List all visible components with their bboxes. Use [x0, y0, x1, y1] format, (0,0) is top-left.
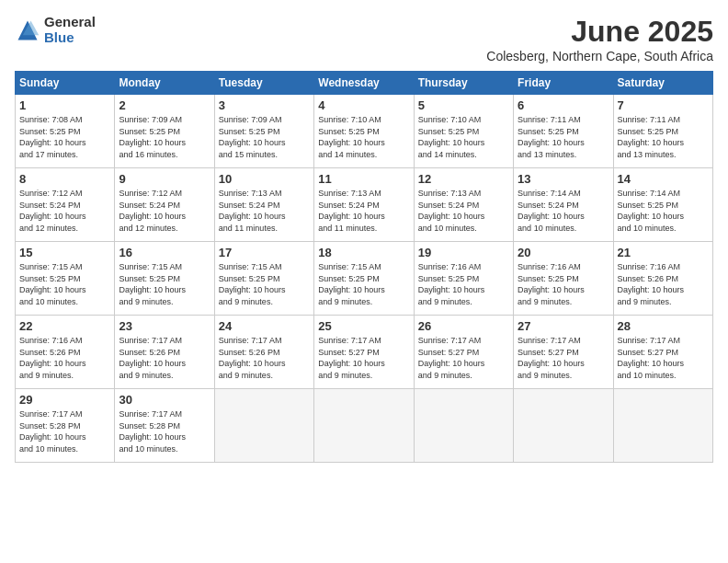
day-cell: 16Sunrise: 7:15 AM Sunset: 5:25 PM Dayli… — [115, 242, 214, 316]
week-row-1: 1Sunrise: 7:08 AM Sunset: 5:25 PM Daylig… — [16, 95, 713, 168]
week-row-4: 22Sunrise: 7:16 AM Sunset: 5:26 PM Dayli… — [16, 316, 713, 389]
day-cell — [214, 389, 313, 463]
logo-general: General — [44, 15, 96, 30]
day-number: 5 — [418, 98, 509, 112]
day-info: Sunrise: 7:17 AM Sunset: 5:28 PM Dayligh… — [19, 408, 110, 454]
day-info: Sunrise: 7:10 AM Sunset: 5:25 PM Dayligh… — [318, 114, 409, 160]
day-info: Sunrise: 7:17 AM Sunset: 5:27 PM Dayligh… — [518, 335, 609, 381]
location: Colesberg, Northern Cape, South Africa — [486, 49, 713, 63]
page-header: General Blue June 2025 Colesberg, Northe… — [15, 15, 713, 63]
day-info: Sunrise: 7:10 AM Sunset: 5:25 PM Dayligh… — [418, 114, 509, 160]
day-cell: 24Sunrise: 7:17 AM Sunset: 5:26 PM Dayli… — [214, 316, 313, 389]
header-saturday: Saturday — [613, 72, 712, 95]
week-row-5: 29Sunrise: 7:17 AM Sunset: 5:28 PM Dayli… — [16, 389, 713, 463]
day-number: 6 — [518, 98, 609, 112]
day-info: Sunrise: 7:11 AM Sunset: 5:25 PM Dayligh… — [518, 114, 609, 160]
day-cell: 10Sunrise: 7:13 AM Sunset: 5:24 PM Dayli… — [214, 168, 313, 242]
day-info: Sunrise: 7:16 AM Sunset: 5:26 PM Dayligh… — [19, 335, 110, 381]
day-cell: 2Sunrise: 7:09 AM Sunset: 5:25 PM Daylig… — [115, 95, 214, 168]
day-cell: 11Sunrise: 7:13 AM Sunset: 5:24 PM Dayli… — [314, 168, 414, 242]
week-row-2: 8Sunrise: 7:12 AM Sunset: 5:24 PM Daylig… — [16, 168, 713, 242]
day-number: 12 — [418, 172, 509, 186]
day-cell: 13Sunrise: 7:14 AM Sunset: 5:24 PM Dayli… — [514, 168, 613, 242]
day-info: Sunrise: 7:15 AM Sunset: 5:25 PM Dayligh… — [119, 261, 210, 307]
day-number: 11 — [318, 172, 409, 186]
day-number: 20 — [518, 246, 609, 259]
day-cell: 4Sunrise: 7:10 AM Sunset: 5:25 PM Daylig… — [314, 95, 414, 168]
header-row: SundayMondayTuesdayWednesdayThursdayFrid… — [16, 72, 713, 95]
day-info: Sunrise: 7:16 AM Sunset: 5:26 PM Dayligh… — [618, 261, 709, 307]
month-title: June 2025 — [486, 15, 713, 49]
day-number: 29 — [19, 393, 110, 407]
day-cell: 23Sunrise: 7:17 AM Sunset: 5:26 PM Dayli… — [115, 316, 214, 389]
day-number: 15 — [19, 246, 110, 259]
day-number: 18 — [318, 246, 409, 259]
day-cell — [314, 389, 414, 463]
day-info: Sunrise: 7:12 AM Sunset: 5:24 PM Dayligh… — [119, 188, 210, 234]
header-friday: Friday — [514, 72, 613, 95]
logo-text: General Blue — [44, 15, 96, 45]
day-cell: 18Sunrise: 7:15 AM Sunset: 5:25 PM Dayli… — [314, 242, 414, 316]
day-info: Sunrise: 7:11 AM Sunset: 5:25 PM Dayligh… — [618, 114, 709, 160]
header-thursday: Thursday — [414, 72, 513, 95]
day-cell: 25Sunrise: 7:17 AM Sunset: 5:27 PM Dayli… — [314, 316, 414, 389]
day-info: Sunrise: 7:12 AM Sunset: 5:24 PM Dayligh… — [19, 188, 110, 234]
day-info: Sunrise: 7:14 AM Sunset: 5:25 PM Dayligh… — [618, 188, 709, 234]
day-cell: 7Sunrise: 7:11 AM Sunset: 5:25 PM Daylig… — [613, 95, 712, 168]
day-number: 9 — [119, 172, 210, 186]
day-info: Sunrise: 7:17 AM Sunset: 5:26 PM Dayligh… — [219, 335, 310, 381]
day-cell: 22Sunrise: 7:16 AM Sunset: 5:26 PM Dayli… — [16, 316, 115, 389]
day-cell: 12Sunrise: 7:13 AM Sunset: 5:24 PM Dayli… — [414, 168, 513, 242]
day-info: Sunrise: 7:15 AM Sunset: 5:25 PM Dayligh… — [19, 261, 110, 307]
week-row-3: 15Sunrise: 7:15 AM Sunset: 5:25 PM Dayli… — [16, 242, 713, 316]
day-cell: 5Sunrise: 7:10 AM Sunset: 5:25 PM Daylig… — [414, 95, 513, 168]
logo: General Blue — [15, 15, 96, 45]
day-cell — [613, 389, 712, 463]
day-cell: 21Sunrise: 7:16 AM Sunset: 5:26 PM Dayli… — [613, 242, 712, 316]
day-info: Sunrise: 7:13 AM Sunset: 5:24 PM Dayligh… — [219, 188, 310, 234]
day-cell: 8Sunrise: 7:12 AM Sunset: 5:24 PM Daylig… — [16, 168, 115, 242]
day-number: 19 — [418, 246, 509, 259]
day-number: 10 — [219, 172, 310, 186]
day-cell — [414, 389, 513, 463]
day-cell: 28Sunrise: 7:17 AM Sunset: 5:27 PM Dayli… — [613, 316, 712, 389]
calendar-table: SundayMondayTuesdayWednesdayThursdayFrid… — [15, 71, 713, 463]
day-info: Sunrise: 7:17 AM Sunset: 5:28 PM Dayligh… — [119, 408, 210, 454]
day-number: 22 — [19, 319, 110, 333]
day-number: 26 — [418, 319, 509, 333]
day-number: 28 — [618, 319, 709, 333]
day-number: 30 — [119, 393, 210, 407]
day-number: 4 — [318, 98, 409, 112]
day-cell: 29Sunrise: 7:17 AM Sunset: 5:28 PM Dayli… — [16, 389, 115, 463]
day-number: 24 — [219, 319, 310, 333]
day-cell — [514, 389, 613, 463]
day-cell: 30Sunrise: 7:17 AM Sunset: 5:28 PM Dayli… — [115, 389, 214, 463]
day-info: Sunrise: 7:13 AM Sunset: 5:24 PM Dayligh… — [318, 188, 409, 234]
day-info: Sunrise: 7:17 AM Sunset: 5:27 PM Dayligh… — [418, 335, 509, 381]
day-info: Sunrise: 7:17 AM Sunset: 5:27 PM Dayligh… — [318, 335, 409, 381]
day-number: 2 — [119, 98, 210, 112]
day-cell: 14Sunrise: 7:14 AM Sunset: 5:25 PM Dayli… — [613, 168, 712, 242]
day-info: Sunrise: 7:16 AM Sunset: 5:25 PM Dayligh… — [518, 261, 609, 307]
day-number: 16 — [119, 246, 210, 259]
day-number: 1 — [19, 98, 110, 112]
day-cell: 27Sunrise: 7:17 AM Sunset: 5:27 PM Dayli… — [514, 316, 613, 389]
day-cell: 15Sunrise: 7:15 AM Sunset: 5:25 PM Dayli… — [16, 242, 115, 316]
day-number: 8 — [19, 172, 110, 186]
day-cell: 26Sunrise: 7:17 AM Sunset: 5:27 PM Dayli… — [414, 316, 513, 389]
day-number: 21 — [618, 246, 709, 259]
day-number: 14 — [618, 172, 709, 186]
day-number: 27 — [518, 319, 609, 333]
day-number: 13 — [518, 172, 609, 186]
day-info: Sunrise: 7:16 AM Sunset: 5:25 PM Dayligh… — [418, 261, 509, 307]
day-info: Sunrise: 7:08 AM Sunset: 5:25 PM Dayligh… — [19, 114, 110, 160]
day-info: Sunrise: 7:14 AM Sunset: 5:24 PM Dayligh… — [518, 188, 609, 234]
header-monday: Monday — [115, 72, 214, 95]
day-number: 17 — [219, 246, 310, 259]
day-number: 23 — [119, 319, 210, 333]
header-wednesday: Wednesday — [314, 72, 414, 95]
day-cell: 6Sunrise: 7:11 AM Sunset: 5:25 PM Daylig… — [514, 95, 613, 168]
title-area: June 2025 Colesberg, Northern Cape, Sout… — [486, 15, 713, 63]
day-info: Sunrise: 7:09 AM Sunset: 5:25 PM Dayligh… — [219, 114, 310, 160]
day-cell: 3Sunrise: 7:09 AM Sunset: 5:25 PM Daylig… — [214, 95, 313, 168]
